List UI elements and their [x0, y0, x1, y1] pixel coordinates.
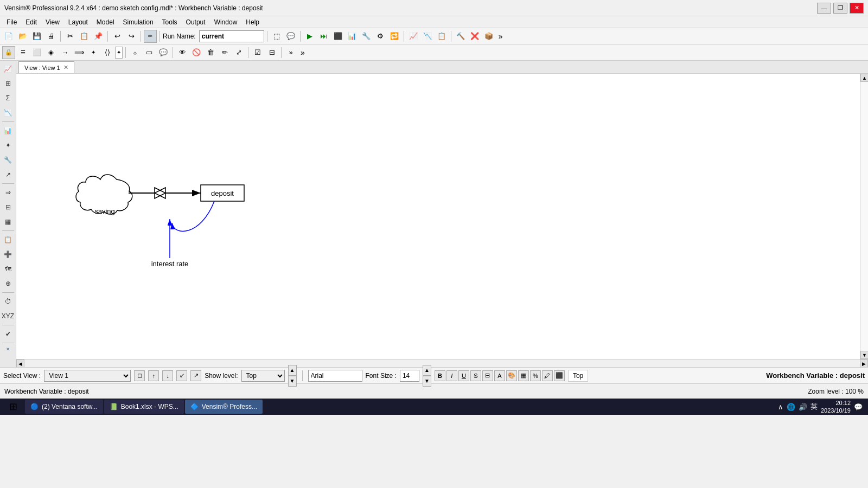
paste-button[interactable]: 📌 — [92, 30, 105, 43]
fc-btn6[interactable]: A — [494, 370, 505, 381]
hscroll-right[interactable]: ▶ — [860, 359, 868, 367]
fc-btn8[interactable]: ▦ — [518, 370, 529, 381]
vscroll-track[interactable] — [860, 82, 868, 351]
view-select[interactable]: View 1 — [44, 370, 131, 382]
menu-item-view[interactable]: View — [41, 17, 64, 27]
zoom-up-btn[interactable]: ▲ — [288, 365, 297, 376]
print-button[interactable]: 🖨 — [44, 30, 58, 43]
sb-circuit[interactable]: ⊕ — [1, 277, 15, 291]
tb2-lock[interactable]: 🔒 — [2, 46, 15, 59]
copy-button[interactable]: 📋 — [78, 30, 91, 43]
strike-btn[interactable]: S — [470, 370, 481, 381]
tb-cmd2[interactable]: 💬 — [284, 30, 297, 43]
menu-item-window[interactable]: Window — [210, 17, 242, 27]
start-button[interactable]: ⊞ — [2, 399, 24, 415]
tb-sim3[interactable]: 🔧 — [360, 30, 373, 43]
view-nav-up[interactable]: ↑ — [148, 370, 159, 381]
sb-layers[interactable]: ⊟ — [1, 200, 15, 214]
tb2-group[interactable]: ⬦ — [129, 46, 142, 59]
tb-tool1[interactable]: 🔨 — [454, 30, 467, 43]
font-size-input[interactable] — [400, 370, 419, 382]
italic-btn[interactable]: I — [446, 370, 457, 381]
tb2-arr2[interactable]: ⟹ — [73, 46, 86, 59]
font-size-down[interactable]: ▼ — [423, 376, 431, 387]
tb-sim1[interactable]: ⬛ — [331, 30, 344, 43]
sb-scatter[interactable]: ✦ — [1, 138, 15, 152]
tab-close[interactable]: ✕ — [63, 64, 68, 71]
sb-plus[interactable]: ➕ — [1, 247, 15, 261]
view-tab[interactable]: View : View 1 ✕ — [18, 61, 74, 73]
menu-item-layout[interactable]: Layout — [64, 17, 92, 27]
tb2-comment[interactable]: 💬 — [157, 46, 170, 59]
sb-check[interactable]: ✔ — [1, 327, 15, 341]
sb-time[interactable]: ⏱ — [1, 294, 15, 309]
view-nav-next[interactable]: ↗ — [190, 370, 201, 381]
fc-btn11[interactable]: ⬛ — [554, 370, 565, 381]
sb-expand[interactable]: » — [5, 345, 11, 353]
run-button[interactable]: ▶ — [303, 30, 316, 43]
restore-button[interactable]: ❐ — [833, 3, 847, 14]
tb2-arr1[interactable]: → — [59, 46, 72, 59]
sb-grid[interactable]: ▦ — [1, 215, 15, 229]
redo-button[interactable]: ↪ — [125, 30, 138, 43]
sb-bar[interactable]: 📊 — [1, 124, 15, 138]
sb-graph[interactable]: 📈 — [1, 62, 15, 76]
menu-item-output[interactable]: Output — [182, 17, 210, 27]
menu-item-edit[interactable]: Edit — [21, 17, 41, 27]
close-button[interactable]: ✕ — [850, 3, 864, 14]
sb-arrow[interactable]: ⇒ — [1, 185, 15, 200]
tb2-del[interactable]: 🗑 — [204, 46, 217, 59]
save-button[interactable]: 💾 — [30, 30, 43, 43]
tb-anal3[interactable]: 📋 — [435, 30, 448, 43]
view-nav-down[interactable]: ↓ — [162, 370, 173, 381]
tb-sim2[interactable]: 📊 — [346, 30, 359, 43]
tb2-edit[interactable]: ✏ — [218, 46, 231, 59]
open-button[interactable]: 📂 — [16, 30, 29, 43]
menu-item-help[interactable]: Help — [241, 17, 264, 27]
tb2-diag[interactable]: ◈ — [44, 46, 58, 59]
show-level-select[interactable]: Top — [241, 370, 285, 382]
cut-button[interactable]: ✂ — [63, 30, 76, 43]
view-nav-prev[interactable]: ↙ — [176, 370, 187, 381]
sb-sigma[interactable]: Σ — [1, 91, 15, 105]
tb2-sel[interactable]: ☰ — [16, 46, 29, 59]
tb2-check[interactable]: ☑ — [251, 46, 264, 59]
underline-btn[interactable]: U — [458, 370, 469, 381]
menu-item-tools[interactable]: Tools — [158, 17, 182, 27]
new-button[interactable]: 📄 — [2, 30, 15, 43]
task-btn-(2)-Ventana-softw...[interactable]: 🔵(2) Ventana softw... — [25, 400, 103, 414]
menu-item-model[interactable]: Model — [92, 17, 119, 27]
tb2-expand[interactable]: » — [284, 46, 297, 59]
network-icon[interactable]: 🌐 — [787, 403, 795, 411]
tb2-rect[interactable]: ▭ — [143, 46, 156, 59]
volume-icon[interactable]: 🔊 — [799, 403, 807, 411]
hscroll-left[interactable]: ◀ — [16, 359, 24, 367]
vscroll-down[interactable]: ▼ — [860, 351, 868, 359]
vertical-scrollbar[interactable]: ▲ ▼ — [860, 74, 868, 359]
undo-button[interactable]: ↩ — [111, 30, 124, 43]
sb-table[interactable]: ⊞ — [1, 76, 15, 91]
hscroll-track[interactable] — [24, 359, 860, 367]
tb2-resize[interactable]: ⤢ — [232, 46, 245, 59]
sketch-button[interactable]: ✏ — [144, 30, 157, 43]
minimize-button[interactable]: — — [817, 3, 831, 14]
font-name-input[interactable] — [308, 370, 362, 382]
fc-btn9[interactable]: % — [530, 370, 541, 381]
sb-report[interactable]: 📋 — [1, 233, 15, 247]
sb-share[interactable]: ↗ — [1, 168, 15, 182]
tb2-box[interactable]: ⬜ — [30, 46, 43, 59]
tb2-hide[interactable]: 🚫 — [190, 46, 203, 59]
tb-sim5[interactable]: 🔁 — [388, 30, 401, 43]
zoom-down-btn[interactable]: ▼ — [288, 376, 297, 387]
tb-sim4[interactable]: ⚙ — [374, 30, 387, 43]
sb-map[interactable]: 🗺 — [1, 262, 15, 276]
tb-anal1[interactable]: 📈 — [407, 30, 420, 43]
sb-line[interactable]: 📉 — [1, 106, 15, 120]
task-btn-Book1.xlsx---WPS...[interactable]: 📗Book1.xlsx - WPS... — [104, 400, 184, 414]
tb2-hide2[interactable]: ⊟ — [265, 46, 278, 59]
chat-icon[interactable]: 💬 — [854, 403, 863, 411]
view-nav1[interactable]: ◻ — [134, 370, 145, 381]
fc-btn7[interactable]: 🎨 — [506, 370, 517, 381]
tray-expand[interactable]: ∧ — [778, 403, 783, 411]
saving-node[interactable]: saving — [76, 175, 132, 215]
